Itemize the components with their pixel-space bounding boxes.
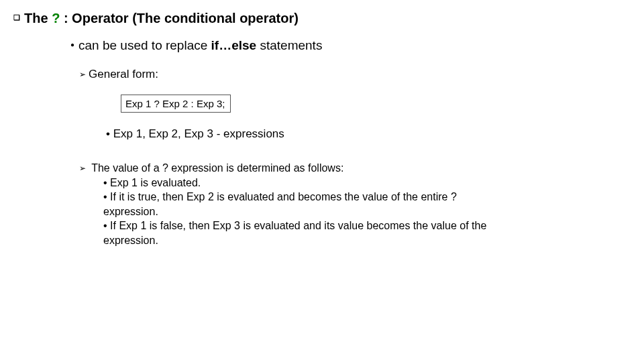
usage-pre: can be used to replace <box>78 38 211 52</box>
usage-post: statements <box>256 38 322 52</box>
arrow-bullet-icon: ➢ <box>79 164 86 173</box>
title-part1: The <box>24 11 52 25</box>
syntax-text: Exp 1 ? Exp 2 : Exp 3; <box>125 98 225 109</box>
explanation-l5: • If Exp 1 is false, then Exp 3 is evalu… <box>103 219 616 233</box>
slide: ❑The ? : Operator (The conditional opera… <box>0 0 644 362</box>
explanation-l6: expression. <box>103 233 616 248</box>
dot-bullet-icon: ● <box>70 41 74 48</box>
usage-line: ●can be used to replace if…else statemen… <box>70 38 631 53</box>
explanation-block: ➢ The value of a ? expression is determi… <box>79 161 616 248</box>
explanation-intro: ➢ The value of a ? expression is determi… <box>79 161 616 176</box>
usage-bold: if…else <box>211 38 257 52</box>
title-part2: : Operator (The conditional operator) <box>60 11 299 25</box>
explanation-l3: • If it is true, then Exp 2 is evaluated… <box>103 190 616 204</box>
explanation-l1: The value of a ? expression is determine… <box>91 162 343 174</box>
general-form-heading: ➢General form: <box>79 68 631 81</box>
title-question-mark: ? <box>52 11 60 25</box>
expressions-note-text: • Exp 1, Exp 2, Exp 3 - expressions <box>106 127 284 140</box>
expressions-note: • Exp 1, Exp 2, Exp 3 - expressions <box>106 127 631 141</box>
square-bullet-icon: ❑ <box>13 13 20 22</box>
syntax-box: Exp 1 ? Exp 2 : Exp 3; <box>121 95 231 113</box>
arrow-bullet-icon: ➢ <box>79 70 86 79</box>
explanation-l2: • Exp 1 is evaluated. <box>103 176 616 190</box>
explanation-l4: expression. <box>103 204 616 219</box>
slide-title: ❑The ? : Operator (The conditional opera… <box>13 11 631 26</box>
general-form-text: General form: <box>89 68 158 80</box>
